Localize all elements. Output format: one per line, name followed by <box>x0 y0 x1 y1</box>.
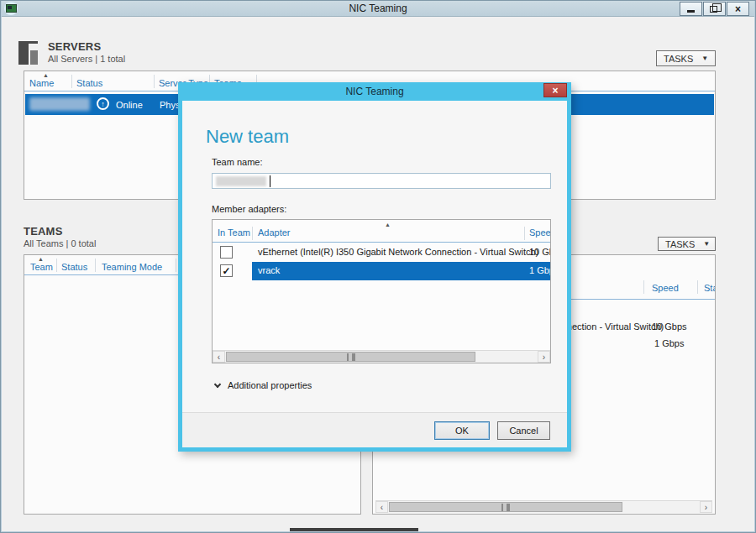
scrollbar-thumb[interactable] <box>389 502 622 512</box>
adapters-col-speed[interactable]: Speed <box>652 283 679 293</box>
adapters-tasks-label: TASKS <box>665 239 695 249</box>
col-in-team[interactable]: In Team <box>218 227 250 238</box>
close-icon: × <box>735 3 741 15</box>
dropdown-arrow-icon: ▼ <box>703 240 710 248</box>
scroll-right-icon[interactable]: › <box>700 501 712 513</box>
team-name-input[interactable] <box>212 173 551 189</box>
additional-properties-label: Additional properties <box>228 380 312 390</box>
in-team-checkbox-checked[interactable]: ✓ <box>220 264 233 277</box>
scroll-left-icon[interactable]: ‹ <box>213 351 225 363</box>
text-caret <box>270 175 270 187</box>
member-adapters-horizontal-scrollbar[interactable]: ‹ › <box>213 350 550 363</box>
adapters-horizontal-scrollbar[interactable]: ‹ › <box>375 500 712 513</box>
ok-label: OK <box>455 426 469 436</box>
adapter-speed: 1 Gbps <box>654 338 684 348</box>
dropdown-arrow-icon: ▼ <box>701 55 708 62</box>
sort-asc-icon: ▲ <box>38 256 44 262</box>
dialog-close-button[interactable]: × <box>543 83 567 97</box>
dialog-heading: New team <box>206 126 289 148</box>
team-name-redacted <box>216 176 266 186</box>
adapter-speed: 10 Gbps <box>652 321 687 332</box>
sort-asc-icon: ▲ <box>385 222 391 227</box>
close-button[interactable]: × <box>727 2 749 16</box>
dialog-title: NIC Teaming <box>345 86 403 97</box>
scrollbar-thumb[interactable] <box>226 352 475 362</box>
adapter-name: vrack <box>258 265 280 275</box>
dialog-titlebar[interactable]: NIC Teaming <box>178 82 571 101</box>
scroll-right-icon[interactable]: › <box>538 351 550 363</box>
servers-tile-icon <box>18 41 44 65</box>
selection-highlight <box>252 262 550 280</box>
cancel-label: Cancel <box>509 426 538 436</box>
teams-subtitle: All Teams | 0 total <box>24 238 96 248</box>
window-titlebar[interactable]: NIC Teaming × <box>0 0 756 17</box>
adapter-speed: 1 Gbps <box>529 265 551 275</box>
adapter-name: vEthernet (Intel(R) I350 Gigabit Network… <box>258 247 538 257</box>
teams-col-status[interactable]: Status <box>61 262 87 272</box>
servers-col-name[interactable]: Name <box>29 78 54 88</box>
chevron-down-icon <box>214 380 221 387</box>
cancel-button[interactable]: Cancel <box>497 421 550 440</box>
dialog-footer: OK Cancel <box>182 412 567 447</box>
sort-asc-icon: ▲ <box>43 72 49 78</box>
close-icon: × <box>552 85 558 97</box>
server-name-redacted <box>29 97 90 111</box>
servers-col-status[interactable]: Status <box>76 78 102 88</box>
col-adapter[interactable]: Adapter <box>258 227 291 238</box>
teams-col-team[interactable]: Team <box>30 262 53 272</box>
scroll-left-icon[interactable]: ‹ <box>375 501 388 513</box>
check-icon: ✓ <box>222 265 230 277</box>
servers-subtitle: All Servers | 1 total <box>48 54 125 64</box>
adapter-row[interactable]: vEthernet (Intel(R) I350 Gigabit Network… <box>213 243 550 262</box>
in-team-checkbox-unchecked[interactable] <box>220 246 233 259</box>
online-status-icon: ↑ <box>97 97 109 110</box>
teams-col-teamingmode[interactable]: Teaming Mode <box>102 262 162 272</box>
teams-heading: TEAMS <box>24 225 63 238</box>
window-title: NIC Teaming <box>0 3 756 14</box>
adapters-tasks-button[interactable]: TASKS ▼ <box>658 237 716 251</box>
member-adapters-label: Member adapters: <box>212 204 286 214</box>
adapter-speed: 10 Gbps <box>529 247 551 257</box>
adapter-row-selected[interactable]: ✓ vrack 1 Gbps <box>213 262 550 280</box>
dialog-body: New team Team name: Member adapters: ▲ I… <box>182 101 567 447</box>
restore-button[interactable] <box>703 2 726 16</box>
new-team-dialog: NIC Teaming × New team Team name: Member… <box>178 82 571 452</box>
member-adapters-table: ▲ In Team Adapter Speed vEthernet (Intel… <box>212 219 551 363</box>
background-window-peek <box>290 528 418 533</box>
minimize-icon <box>687 10 695 13</box>
ok-button[interactable]: OK <box>434 421 490 440</box>
servers-tasks-label: TASKS <box>664 54 693 64</box>
servers-tasks-button[interactable]: TASKS ▼ <box>656 50 716 66</box>
minimize-button[interactable] <box>680 2 702 16</box>
server-status: Online <box>116 100 143 110</box>
servers-heading: SERVERS <box>48 40 101 53</box>
team-name-label: Team name: <box>212 157 263 167</box>
adapters-col-status[interactable]: Status <box>704 283 716 293</box>
additional-properties-toggle[interactable]: Additional properties <box>215 380 312 390</box>
col-speed[interactable]: Speed <box>529 227 551 238</box>
restore-icon <box>710 6 717 13</box>
